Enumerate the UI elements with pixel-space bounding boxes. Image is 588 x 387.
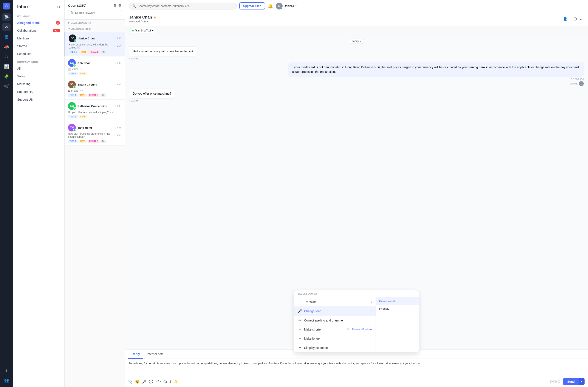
conv-search-box[interactable]: 🔍 [68, 10, 121, 16]
assigned-label: ASSIGNED (100) [71, 28, 91, 30]
conv-item-janice-chan[interactable]: JC ✓ Janice Chan 16:36 Hello, what curre… [64, 32, 125, 56]
sidebar-item-label: Sales [17, 74, 25, 78]
conv-item-ken-chan[interactable]: KC ✓ Ken Chan 16:36 ⬜ Video ✓✓ TIER 1 CW… [64, 56, 125, 78]
ai-menu-label: Translate [304, 300, 316, 304]
ai-spelling-item[interactable]: ✏ Correct spelling and grammer [294, 316, 376, 325]
sort-icon[interactable]: ⇅ [114, 3, 116, 7]
bag-icon[interactable]: 🛍 [163, 380, 167, 384]
unassigned-label: UNASSIGNED ( 3 ) [71, 22, 92, 24]
send-button[interactable]: Send [563, 378, 579, 385]
reply-content[interactable]: Sometimes, for certain brands we match p… [125, 359, 588, 376]
cwb-tag: CWB [79, 72, 87, 75]
campaigns-nav-icon[interactable]: 📣 [2, 43, 11, 51]
ai-translate-item[interactable]: ↔ Translate › [294, 297, 376, 306]
pencil-icon: ✏ [298, 318, 302, 322]
conv-preview: 🖼 Image ✓✓ [68, 89, 121, 92]
ai-tone-friendly[interactable]: Friendly [376, 305, 419, 313]
chat-icon[interactable]: 💬 [149, 380, 153, 384]
app-logo[interactable]: S [3, 2, 10, 9]
global-search-box[interactable]: 🔍 [129, 2, 237, 9]
search-icon: 🔍 [70, 11, 74, 14]
avatar-katherine: KC ✓ [68, 102, 76, 110]
cwb-tag: CWB [79, 50, 87, 54]
sidebar-item-assigned-to-me[interactable]: Assigned to me 3 [13, 19, 64, 27]
attachment-icon[interactable]: 📎 [128, 380, 133, 384]
read-check-icon: ✓✓ [117, 45, 121, 48]
star-icon[interactable]: ★ [153, 15, 156, 19]
ai-menu-label: Correct spelling and grammer [304, 319, 344, 322]
flows-nav-icon[interactable]: ⬡ [2, 53, 11, 61]
sidebar-item-support-hk[interactable]: Support HK [13, 88, 64, 96]
inbox-nav-icon[interactable]: ✉ [2, 23, 11, 31]
ai-panel-left: ↔ Translate › 🎤 Change tone › ✏ Correct … [294, 297, 376, 352]
magic-icon[interactable]: ✨ [174, 380, 178, 384]
sidebar-item-all[interactable]: All [13, 65, 64, 72]
ai-change-tone-item[interactable]: 🎤 Change tone › [294, 306, 376, 316]
read-check-icon: ✓✓ [79, 68, 84, 71]
user-dropdown-icon[interactable]: ▾ [295, 4, 296, 7]
female-tag: FEMALE [88, 140, 99, 143]
payment-icon[interactable]: $ [169, 380, 171, 384]
contacts-nav-icon[interactable]: 👤 [2, 33, 11, 41]
show-notifications-label[interactable]: Show notifications [351, 328, 372, 331]
integrations-nav-icon[interactable]: 🧩 [2, 72, 11, 81]
conv-search-input[interactable] [75, 11, 119, 14]
send-dropdown-button[interactable]: ▾ [579, 378, 585, 385]
emoji-icon[interactable]: 😊 [135, 380, 140, 384]
ai-shorter-item[interactable]: ≡ Make shorter 👁 Show notifications [294, 325, 376, 334]
whatsapp-badge: ✓ [73, 129, 76, 132]
channel-selector[interactable]: Tsim Sha Tsui ▾ [129, 28, 156, 33]
user-info[interactable]: D Daniella ▾ [276, 2, 296, 9]
msg-time: 4:35 PM [129, 100, 138, 102]
upgrade-plan-button[interactable]: Upgrade Plan [239, 2, 265, 9]
sidebar-item-support-us[interactable]: Support US [13, 96, 64, 103]
notification-bell-icon[interactable]: 🔔 [268, 3, 273, 9]
ai-simplify-item[interactable]: ✦ Simplify sentences [294, 343, 376, 352]
conv-item-katherine[interactable]: KC ✓ Katherine Concepcion 16:36 Do you o… [64, 100, 125, 121]
company-inbox-section-label: COMPANY INBOX [13, 58, 64, 65]
sidebar-item-mentions[interactable]: Mentions [13, 34, 64, 42]
tab-reply[interactable]: Reply [128, 350, 143, 359]
date-chip[interactable]: Today ▾ [349, 39, 364, 44]
global-search-input[interactable] [138, 4, 233, 7]
ai-menu-label: Make shorter [304, 328, 322, 331]
msg-time-outgoing: ✓✓ 4:35 PM [570, 78, 584, 80]
layout-toggle-icon[interactable]: ⊡ [57, 4, 60, 9]
sidebar-item-starred[interactable]: Starred [13, 42, 64, 50]
assigned-section-header[interactable]: ▼ ASSIGNED (100) [64, 26, 125, 32]
unassigned-section-header[interactable]: ▶ UNASSIGNED ( 3 ) [64, 20, 125, 26]
sidebar-item-sales[interactable]: Sales [13, 72, 64, 80]
analytics-nav-icon[interactable]: 📊 [2, 63, 11, 71]
conv-item-yang-heng[interactable]: YH ✓ Yang Heng 16:36 How can I track my … [64, 121, 125, 146]
broadcast-nav-icon[interactable]: 📡 [2, 13, 11, 21]
ai-tone-professional[interactable]: Professional [376, 297, 419, 305]
whatsapp-badge: ✓ [73, 107, 76, 110]
sidebar-item-label: Assigned to me [17, 21, 40, 24]
user-avatar: D [276, 2, 283, 9]
filter-icon[interactable]: ⚙ [118, 3, 121, 7]
code-icon[interactable]: </> [156, 380, 161, 384]
channel-status-dot [132, 30, 134, 31]
info-nav-icon[interactable]: ℹ [2, 366, 11, 374]
online-status-dot [281, 7, 283, 10]
audio-icon[interactable]: 🎤 [142, 380, 146, 384]
add-user-icon[interactable]: 👤+ [563, 17, 570, 22]
tier-tag: TIER 1 [68, 72, 78, 75]
tone-professional-label: Professional [379, 299, 395, 303]
reply-area: Reply Internal note Sometimes, for certa… [125, 349, 588, 387]
tab-internal-note[interactable]: Internal note [143, 350, 167, 359]
info-circle-icon[interactable]: ⓘ [573, 17, 577, 22]
sidebar-item-scheduled[interactable]: Scheduled [13, 50, 64, 58]
assigned-dropdown-icon[interactable]: ▾ [147, 20, 148, 23]
team-nav-icon[interactable]: 👥 [2, 376, 11, 385]
more-options-icon[interactable]: ⋯ [580, 17, 584, 22]
chat-assigned: Assigned: You ▾ [129, 20, 156, 23]
eye-icon: 👁 [347, 328, 350, 331]
ai-longer-item[interactable]: ≡ Make longer [294, 334, 376, 343]
store-nav-icon[interactable]: 🛒 [2, 82, 11, 91]
conversation-list: Open (1350) ⇅ ⚙ 🔍 ▶ UNASSIGNED ( 3 ) ▼ A… [64, 0, 125, 387]
sidebar-item-collaborations[interactable]: Collaborations 99+ [13, 27, 64, 34]
tier-tag: TIER 1 [69, 50, 78, 54]
sidebar-item-marketing[interactable]: Marketing [13, 80, 64, 88]
conv-item-shaira-cheung[interactable]: SC ✓ Shaira Cheung 16:36 🖼 Image ✓✓ TIER… [64, 78, 125, 100]
